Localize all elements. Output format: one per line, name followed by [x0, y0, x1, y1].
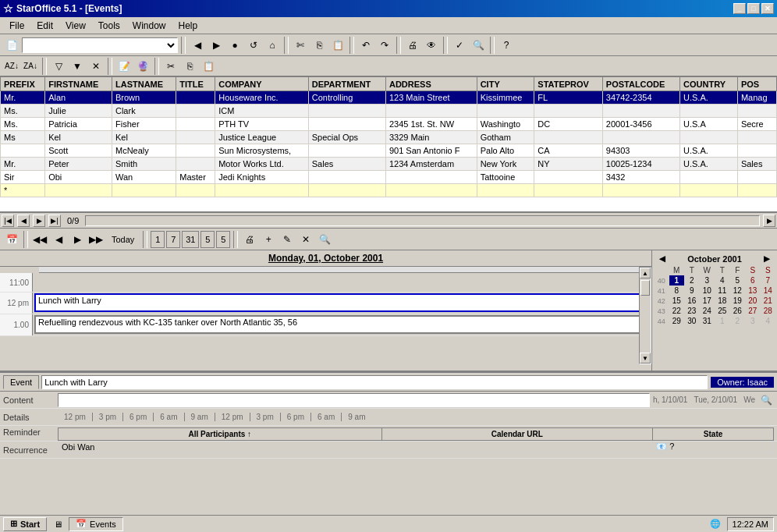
stop-icon[interactable]: ●: [226, 37, 243, 54]
table-row[interactable]: MsKelKelJustice LeagueSpecial Ops3329 Ma…: [1, 131, 777, 144]
events-taskbar-item[interactable]: 📅 Events: [69, 517, 123, 531]
horizontal-scrollbar[interactable]: [85, 215, 760, 226]
view-7day[interactable]: 7: [166, 231, 180, 248]
table-row[interactable]: Ms.JulieClarkICM: [1, 105, 777, 118]
menu-view[interactable]: View: [59, 19, 92, 33]
view-5b[interactable]: 5: [216, 231, 230, 248]
back-icon[interactable]: ◀: [189, 37, 206, 54]
search-icon[interactable]: 🔍: [470, 37, 487, 54]
col-state[interactable]: STATEPROV: [534, 77, 603, 91]
col-lastname[interactable]: LASTNAME: [112, 77, 176, 91]
new-doc-icon[interactable]: 📄: [3, 37, 20, 54]
time-content-12pm[interactable]: Lunch with Larry: [33, 293, 651, 314]
scissors-icon[interactable]: ✂: [162, 58, 179, 75]
print-icon[interactable]: 🖨: [404, 37, 421, 54]
mini-cal-day[interactable]: 8: [669, 286, 685, 296]
filter-icon[interactable]: ▽: [50, 58, 67, 75]
mini-cal-day[interactable]: 12: [730, 286, 746, 296]
filter-remove-icon[interactable]: ✕: [87, 58, 105, 75]
content-search-icon[interactable]: 🔍: [758, 393, 774, 407]
help-icon[interactable]: ?: [498, 37, 515, 54]
view-31day[interactable]: 31: [182, 231, 199, 248]
doc-selector[interactable]: [22, 37, 178, 53]
paste2-icon[interactable]: 📋: [200, 58, 217, 75]
mini-cal-prev[interactable]: ◀: [657, 254, 668, 264]
cut-icon[interactable]: ✄: [292, 37, 309, 54]
sort-za-icon[interactable]: ZA↓: [22, 58, 39, 75]
mini-cal-day[interactable]: 13: [745, 286, 761, 296]
event-tab[interactable]: Event: [3, 375, 39, 389]
cal-back[interactable]: ◀◀: [31, 231, 48, 248]
maximize-button[interactable]: □: [747, 3, 760, 14]
event-refuel[interactable]: Refuelling rendezvous with KC-135 tanker…: [34, 315, 650, 334]
mini-cal-day[interactable]: 19: [730, 296, 746, 306]
mini-cal-day[interactable]: 28: [761, 306, 776, 316]
content-input[interactable]: [58, 393, 650, 407]
menu-tools[interactable]: Tools: [92, 19, 126, 33]
nav-next[interactable]: ▶: [33, 215, 45, 227]
menu-edit[interactable]: Edit: [30, 19, 59, 33]
event-title-input[interactable]: [41, 375, 708, 389]
mini-cal-day[interactable]: 9: [684, 286, 700, 296]
col-company[interactable]: COMPANY: [215, 77, 309, 91]
col-department[interactable]: DEPARTMENT: [308, 77, 385, 91]
spellcheck-icon[interactable]: ✓: [451, 37, 468, 54]
mini-cal-day[interactable]: 1: [715, 316, 730, 326]
mini-cal-day[interactable]: 31: [700, 316, 715, 326]
mini-cal-day[interactable]: 11: [715, 286, 730, 296]
mini-cal-day[interactable]: 22: [669, 306, 685, 316]
mini-cal-day[interactable]: 6: [745, 275, 761, 286]
part-col-url[interactable]: Calendar URL: [381, 428, 653, 441]
new-row[interactable]: *: [1, 184, 777, 197]
table-row[interactable]: Mr.PeterSmithMotor Works Ltd.Sales1234 A…: [1, 158, 777, 171]
mini-cal-day[interactable]: 15: [669, 296, 685, 306]
nav-first[interactable]: |◀: [2, 215, 14, 227]
mini-cal-day[interactable]: 2: [684, 275, 700, 286]
col-city[interactable]: CITY: [477, 77, 534, 91]
table-row[interactable]: ScottMcNealySun Microsystems,901 San Ant…: [1, 144, 777, 158]
today-button[interactable]: Today: [106, 231, 140, 248]
mini-cal-day[interactable]: 18: [715, 296, 730, 306]
menu-window[interactable]: Window: [126, 19, 172, 33]
copy-icon[interactable]: ⎘: [310, 37, 328, 54]
minimize-button[interactable]: _: [733, 3, 746, 14]
nav-last[interactable]: ▶|: [48, 215, 61, 227]
delete-icon[interactable]: ✕: [297, 231, 314, 248]
sort-az-icon[interactable]: AZ↓: [3, 58, 20, 75]
redo-icon[interactable]: ↷: [376, 37, 393, 54]
table-row[interactable]: SirObiWanMasterJedi KnightsTattooine3432: [1, 171, 777, 184]
mini-cal-day[interactable]: 7: [761, 275, 776, 286]
search2-icon[interactable]: 🔍: [316, 231, 333, 248]
mini-cal-day[interactable]: 30: [684, 316, 700, 326]
mini-cal-day[interactable]: 29: [669, 316, 685, 326]
col-pos[interactable]: POS: [737, 77, 776, 91]
mini-cal-day[interactable]: 17: [700, 296, 715, 306]
close-button[interactable]: ✕: [761, 3, 774, 14]
mini-cal-day[interactable]: 14: [761, 286, 776, 296]
mini-cal-day[interactable]: 23: [684, 306, 700, 316]
desktop-icon[interactable]: 🖥: [50, 517, 66, 531]
mini-cal-day[interactable]: 10: [700, 286, 715, 296]
undo-icon[interactable]: ↶: [357, 37, 374, 54]
mini-cal-day[interactable]: 20: [745, 296, 761, 306]
time-content-1pm[interactable]: Refuelling rendezvous with KC-135 tanker…: [33, 314, 651, 335]
mini-cal-day[interactable]: 27: [745, 306, 761, 316]
col-postal[interactable]: POSTALCODE: [602, 77, 679, 91]
part-col-name[interactable]: All Participants ↑: [59, 428, 382, 441]
mini-cal-next[interactable]: ▶: [761, 254, 772, 264]
table-row[interactable]: Ms.PatriciaFisherPTH TV2345 1st. St. NWW…: [1, 118, 777, 131]
time-content-11[interactable]: [33, 273, 651, 292]
copy2-icon[interactable]: ⎘: [181, 58, 198, 75]
mini-cal-day[interactable]: 21: [761, 296, 776, 306]
form-icon[interactable]: 📝: [115, 58, 133, 75]
day-vscroll[interactable]: ▲ ▼: [639, 267, 651, 364]
mini-cal-day[interactable]: 26: [730, 306, 746, 316]
nav-prev[interactable]: ◀: [17, 215, 30, 227]
start-button[interactable]: ⊞ Start: [3, 517, 47, 531]
scroll-down-arrow[interactable]: ▼: [640, 353, 651, 364]
scroll-right[interactable]: ▶: [763, 215, 775, 227]
col-country[interactable]: COUNTRY: [680, 77, 738, 91]
col-prefix[interactable]: PREFIX: [1, 77, 45, 91]
col-title[interactable]: TITLE: [176, 77, 215, 91]
mini-cal-day[interactable]: 3: [700, 275, 715, 286]
